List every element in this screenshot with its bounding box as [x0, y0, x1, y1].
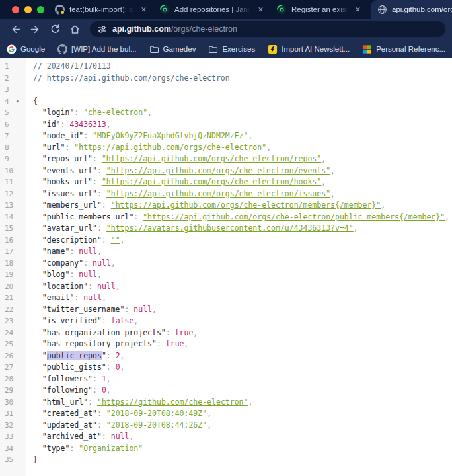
line-number: 11 [0, 177, 26, 188]
json-key: "is_verified" [42, 316, 102, 325]
json-brace: } [33, 455, 38, 464]
json-punct: , [248, 131, 252, 140]
address-bar[interactable]: api.github.com/orgs/che-electron [90, 21, 445, 37]
bookmark-item[interactable]: Import AI Newslett... [268, 44, 350, 54]
tab-title: Register an existing compone [291, 5, 348, 13]
forward-button[interactable] [26, 20, 44, 38]
code-text: "avatar_url": "https://avatars.githubuse… [26, 223, 358, 235]
line-number: 26 [0, 350, 26, 362]
json-punct: , [102, 293, 106, 302]
json-punct: , [445, 212, 449, 221]
line-number: 25 [0, 338, 26, 350]
line-number: 35 [0, 454, 26, 466]
json-punct: , [116, 282, 120, 291]
code-line: 32"updated_at": "2018-09-20T08:44:26Z", [0, 420, 452, 432]
json-link[interactable]: "https://api.github.com/orgs/che-electro… [102, 177, 321, 186]
tab-close-button[interactable]: ✕ [139, 5, 149, 13]
line-number: 31 [0, 408, 26, 420]
maximize-window-button[interactable] [37, 6, 44, 13]
code-line: 15"avatar_url": "https://avatars.githubu… [0, 223, 452, 235]
json-key: " [42, 351, 47, 360]
tab-1[interactable]: feat(bulk-import): add the Bu✕ [48, 0, 153, 19]
json-link[interactable]: "https://api.github.com/orgs/che-electro… [106, 189, 330, 198]
json-link[interactable]: "https://avatars.githubusercontent.com/u… [106, 223, 354, 233]
json-punct: : [157, 339, 166, 348]
tab-close-button[interactable]: ✕ [353, 5, 363, 13]
close-window-button[interactable] [12, 6, 19, 13]
tab-active[interactable]: api.github.com/orgs [371, 0, 452, 19]
code-text: "twitter_username": null, [26, 304, 157, 316]
line-number: 4▾ [0, 96, 26, 108]
code-text: "description": "", [26, 235, 125, 247]
forward-icon [30, 24, 41, 35]
line-number: 19 [0, 269, 26, 281]
bookmark-label: Google [20, 45, 45, 53]
code-line: 22"twitter_username": null, [0, 304, 452, 316]
json-key: "avatar_url" [42, 223, 97, 233]
code-text: "html_url": "https://github.com/che-elec… [26, 397, 252, 409]
json-link[interactable]: "" [111, 235, 120, 245]
code-line: 20"location": null, [0, 281, 452, 293]
home-button[interactable] [66, 20, 83, 38]
minimize-window-button[interactable] [24, 6, 32, 13]
json-link[interactable]: "https://api.github.com/orgs/che-electro… [102, 154, 321, 163]
json-link[interactable]: "https://api.github.com/orgs/che-electro… [111, 200, 381, 210]
json-punct: : [65, 143, 74, 152]
json-link[interactable]: "https://api.github.com/orgs/che-electro… [106, 166, 330, 175]
tab-3[interactable]: Register an existing compone✕ [270, 0, 367, 19]
json-number: null [79, 247, 97, 256]
json-key: "login" [42, 108, 74, 117]
json-key: "hooks_url" [42, 177, 93, 186]
json-string: "2018-09-20T08:44:26Z" [106, 420, 207, 430]
bookmark-item[interactable]: Personal Referenc... [362, 44, 445, 54]
line-number: 20 [0, 281, 26, 293]
json-link[interactable]: "https://github.com/che-electron" [97, 397, 248, 407]
site-settings-icon[interactable] [97, 24, 107, 34]
json-key: "id" [42, 120, 61, 129]
code-text: "updated_at": "2018-09-20T08:44:26Z", [26, 420, 211, 432]
json-key: "members_url" [42, 200, 102, 210]
code-line: 24"has_organization_projects": true, [0, 327, 452, 339]
json-key: public_repos [47, 351, 102, 360]
json-link[interactable]: "https://api.github.com/orgs/che-electro… [74, 143, 266, 152]
line-number: 27 [0, 362, 26, 374]
reload-button[interactable] [46, 20, 63, 38]
bookmark-item[interactable]: Gamedev [149, 44, 196, 54]
tab-strip: feat(bulk-import): add the Bu✕Add reposi… [0, 0, 452, 19]
line-number: 34 [0, 443, 26, 455]
json-key: "has_organization_projects" [42, 328, 166, 337]
code-text: "events_url": "https://api.github.com/or… [26, 165, 335, 177]
json-punct: : [93, 154, 102, 163]
bookmark-item[interactable]: Google [7, 44, 45, 54]
line-number: 1 [0, 61, 26, 73]
code-line: 27"public_gists": 0, [0, 362, 452, 374]
back-button[interactable] [7, 20, 24, 38]
code-text: "archived_at": null, [26, 431, 133, 443]
bookmarks-bar: Google[WIP] Add the bul...GamedevExercis… [0, 40, 452, 58]
json-link[interactable]: "https://api.github.com/orgs/che-electro… [143, 212, 445, 221]
json-number: null [97, 282, 116, 291]
nav-buttons [7, 20, 83, 38]
json-key: "html_url" [42, 397, 88, 407]
collapse-caret-icon[interactable]: ▾ [16, 96, 19, 108]
tab-2[interactable]: Add repositories | Janus IDP✕ [153, 0, 270, 19]
tab-close-button[interactable]: ✕ [256, 5, 266, 13]
code-text: "type": "Organization" [26, 443, 143, 455]
json-punct: : [97, 409, 106, 418]
github-icon [57, 44, 67, 54]
json-key: "company" [42, 258, 83, 268]
code-text: "company": null, [26, 258, 116, 270]
window-controls [0, 0, 48, 19]
bookmark-item[interactable]: [WIP] Add the bul... [57, 44, 136, 54]
code-text: "public_members_url": "https://api.githu… [26, 212, 449, 223]
json-punct: , [120, 235, 125, 245]
json-number: null [79, 270, 97, 279]
code-text: "email": null, [26, 292, 106, 304]
bookmark-item[interactable]: Exercises [208, 44, 255, 54]
json-number: false [111, 316, 134, 325]
importai-icon [268, 44, 278, 54]
code-text: { [26, 96, 38, 108]
code-line: 16"description": "", [0, 235, 452, 247]
json-punct: : [97, 166, 106, 175]
browser-toolbar: api.github.com/orgs/che-electron [0, 19, 452, 40]
